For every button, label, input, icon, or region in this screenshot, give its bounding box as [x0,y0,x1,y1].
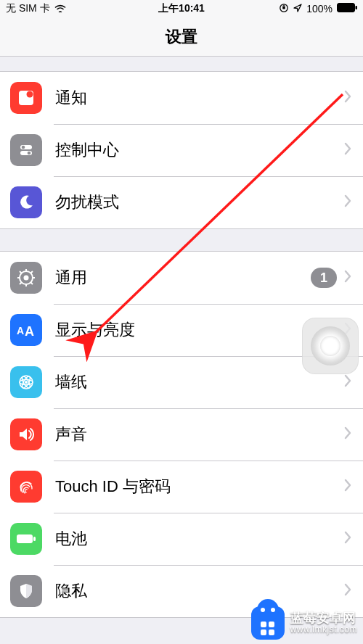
watermark-url: www.lmkjst.com [290,625,357,635]
row-label: Touch ID 与密码 [55,476,344,498]
chevron-right-icon [344,90,351,106]
rotation-lock-icon [279,3,289,15]
svg-text:A: A [17,325,24,337]
row-general[interactable]: 通用 1 [0,252,363,304]
watermark-logo-icon [251,606,285,640]
location-icon [293,3,302,15]
svg-point-11 [24,276,29,281]
svg-line-18 [20,282,22,284]
notification-badge: 1 [311,268,337,288]
row-control-center[interactable]: 控制中心 [0,124,363,176]
svg-rect-3 [356,6,358,9]
chevron-right-icon [344,374,351,390]
svg-line-19 [30,271,33,273]
row-label: 墙纸 [55,371,344,393]
sound-icon [10,418,42,450]
row-label: 隐私 [55,580,344,602]
notifications-icon [10,82,42,114]
chevron-right-icon [344,479,351,495]
battery-percent: 100% [306,3,333,15]
assistive-touch-button[interactable] [302,318,359,374]
svg-rect-27 [17,534,33,543]
chevron-right-icon [344,194,351,210]
svg-line-17 [30,282,33,284]
general-icon [10,262,42,294]
svg-point-7 [22,146,25,149]
svg-line-16 [20,271,22,273]
chevron-right-icon [344,583,351,599]
wifi-icon [54,3,66,15]
privacy-icon [10,575,42,607]
row-touch-id[interactable]: Touch ID 与密码 [0,461,363,513]
carrier-text: 无 SIM 卡 [6,2,50,15]
watermark: 蓝莓安卓网 www.lmkjst.com [251,606,357,640]
row-label: 控制中心 [55,139,344,161]
row-label: 显示与亮度 [55,319,344,341]
svg-rect-28 [33,537,36,541]
status-bar: 无 SIM 卡 上午10:41 100% [0,0,363,17]
battery-icon [337,3,357,15]
svg-text:A: A [25,324,34,337]
chevron-right-icon [344,142,351,158]
wallpaper-icon [10,366,42,398]
row-notifications[interactable]: 通知 [0,72,363,124]
row-label: 通用 [55,267,311,289]
control-center-icon [10,134,42,166]
touchid-icon [10,471,42,503]
row-sound[interactable]: 声音 [0,408,363,461]
svg-point-9 [28,152,31,155]
settings-group-1: 通知 控制中心 勿扰模式 [0,71,363,229]
display-icon: AA [10,314,42,346]
chevron-right-icon [344,426,351,442]
chevron-right-icon [344,270,351,286]
settings-group-2: 通用 1 AA 显示与亮度 墙纸 声音 Touch ID 与密码 [0,251,363,618]
row-label: 通知 [55,87,344,109]
svg-point-26 [25,381,28,384]
row-do-not-disturb[interactable]: 勿扰模式 [0,176,363,228]
dnd-icon [10,186,42,218]
svg-rect-1 [282,7,285,9]
battery-settings-icon [10,523,42,555]
row-label: 声音 [55,424,344,445]
page-title: 设置 [0,17,363,57]
row-battery[interactable]: 电池 [0,513,363,565]
svg-rect-2 [338,4,355,12]
chevron-right-icon [344,531,351,547]
svg-point-5 [27,91,33,98]
watermark-title: 蓝莓安卓网 [290,611,357,626]
row-label: 电池 [55,528,344,550]
row-label: 勿扰模式 [55,191,344,213]
